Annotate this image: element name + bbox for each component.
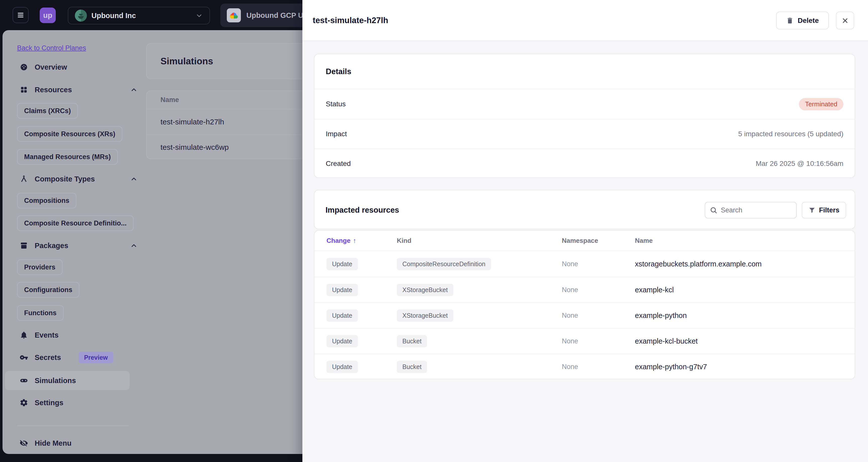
table-row[interactable]: Update CompositeResourceDefinition None … <box>314 251 855 277</box>
gcp-cloud-icon <box>227 8 241 22</box>
upbound-logo[interactable]: up <box>40 7 56 23</box>
sidebar-item-label: Events <box>35 331 59 339</box>
chevron-up-icon <box>130 242 137 249</box>
control-plane-tab-label: Upbound GCP U <box>246 11 303 20</box>
sidebar-item-label: Overview <box>35 63 67 71</box>
sidebar-chip-functions[interactable]: Functions <box>17 305 64 321</box>
preview-badge: Preview <box>79 352 114 363</box>
filter-funnel-icon <box>808 207 815 214</box>
sidebar-section-label: Resources <box>35 86 72 94</box>
delete-button[interactable]: Delete <box>776 11 829 29</box>
name-cell: xstoragebuckets.platform.example.com <box>635 260 762 268</box>
sidebar-item-label: Simulations <box>35 377 76 385</box>
details-card-header: Details <box>314 54 855 89</box>
sidebar-section-packages[interactable]: Packages <box>20 236 137 255</box>
table-row[interactable]: Update Bucket None example-python-g7tv7 <box>314 354 855 379</box>
column-header-change[interactable]: Change ↑ <box>327 231 356 251</box>
created-label: Created <box>326 160 351 168</box>
sidebar-section-resources[interactable]: Resources <box>20 80 137 99</box>
hide-menu-label: Hide Menu <box>35 439 71 447</box>
impacted-resources-header-card: Impacted resources Filters <box>314 190 855 229</box>
sidebar-item-overview[interactable]: Overview <box>20 58 137 77</box>
filters-button-label: Filters <box>819 206 839 214</box>
sidebar-item-secrets[interactable]: Secrets Preview <box>20 348 137 367</box>
hamburger-menu-button[interactable] <box>12 7 29 23</box>
created-value: Mar 26 2025 @ 10:16:56am <box>756 160 843 168</box>
eye-off-icon <box>20 439 28 447</box>
column-header-kind[interactable]: Kind <box>397 231 411 251</box>
sidebar-chip-managed-resources[interactable]: Managed Resources (MRs) <box>17 149 118 165</box>
namespace-cell: None <box>562 337 578 345</box>
close-drawer-button[interactable] <box>836 11 854 29</box>
name-cell: example-kcl <box>635 286 674 294</box>
impacted-resources-title: Impacted resources <box>326 190 399 229</box>
trash-icon <box>786 17 794 24</box>
page-title: Simulations <box>160 56 213 67</box>
change-chip: Update <box>327 310 358 322</box>
app-root: up Upbound Inc <box>0 0 868 462</box>
sidebar-chip-claims[interactable]: Claims (XRCs) <box>17 103 78 119</box>
detail-row-created: Created Mar 26 2025 @ 10:16:56am <box>314 149 855 178</box>
detail-row-status: Status Terminated <box>314 89 855 119</box>
sidebar-section-label: Composite Types <box>35 175 95 183</box>
sidebar-chip-composite-resources[interactable]: Composite Resources (XRs) <box>17 126 122 142</box>
sidebar-item-label: Secrets <box>35 353 61 362</box>
kind-chip: Bucket <box>397 361 427 373</box>
chevron-up-icon <box>130 86 137 93</box>
status-label: Status <box>326 100 346 108</box>
details-title: Details <box>326 67 351 76</box>
grid-icon <box>20 85 28 94</box>
simulation-detail-drawer: test-simulate-h27lh Delete Details Statu… <box>302 0 868 462</box>
compass-icon <box>20 175 28 183</box>
search-input[interactable] <box>720 206 792 214</box>
namespace-cell: None <box>562 260 578 268</box>
sidebar-chip-configurations[interactable]: Configurations <box>17 282 80 298</box>
back-to-control-planes-link[interactable]: Back to Control Planes <box>17 44 86 52</box>
package-icon <box>20 241 28 250</box>
column-header-name[interactable]: Name <box>635 231 653 251</box>
search-box <box>705 202 797 219</box>
impact-value: 5 impacted resources (5 updated) <box>738 130 843 138</box>
kind-chip: CompositeResourceDefinition <box>397 258 491 270</box>
name-cell: example-python-g7tv7 <box>635 363 707 371</box>
hide-menu-button[interactable]: Hide Menu <box>20 434 137 453</box>
sidebar-item-events[interactable]: Events <box>20 325 137 345</box>
change-chip: Update <box>327 335 358 347</box>
sidebar-section-composite-types[interactable]: Composite Types <box>20 169 137 189</box>
table-header-row: Change ↑ Kind Namespace Name <box>314 231 855 251</box>
close-icon <box>841 17 849 24</box>
change-chip: Update <box>327 284 358 296</box>
namespace-cell: None <box>562 363 578 371</box>
simulations-icon <box>20 376 28 385</box>
change-header-label: Change <box>327 237 350 244</box>
delete-button-label: Delete <box>798 17 819 25</box>
impacted-resources-table: Change ↑ Kind Namespace Name Update Comp… <box>314 230 855 379</box>
details-card: Details Status Terminated Impact 5 impac… <box>314 54 855 178</box>
hamburger-icon <box>16 11 25 19</box>
sidebar-chip-providers[interactable]: Providers <box>17 259 63 275</box>
status-badge: Terminated <box>799 98 843 110</box>
name-cell: example-python <box>635 312 687 320</box>
kind-chip: Bucket <box>397 335 427 347</box>
name-cell: example-kcl-bucket <box>635 337 698 345</box>
change-chip: Update <box>327 258 358 270</box>
table-row[interactable]: Update XStorageBucket None example-kcl <box>314 277 855 302</box>
kind-chip: XStorageBucket <box>397 310 453 322</box>
overview-icon <box>20 63 28 71</box>
table-row[interactable]: Update XStorageBucket None example-pytho… <box>314 302 855 328</box>
filters-button[interactable]: Filters <box>802 202 846 219</box>
sidebar-item-label: Settings <box>35 399 63 407</box>
sidebar-chip-xrds[interactable]: Composite Resource Definitio... <box>17 215 134 231</box>
sort-ascending-icon: ↑ <box>353 237 356 244</box>
sidebar-section-label: Packages <box>35 241 68 250</box>
sidebar-item-settings[interactable]: Settings <box>20 393 137 412</box>
sidebar-item-simulations[interactable]: Simulations <box>5 371 130 390</box>
namespace-cell: None <box>562 286 578 294</box>
column-header-namespace[interactable]: Namespace <box>562 231 598 251</box>
sidebar-chip-compositions[interactable]: Compositions <box>17 193 76 208</box>
org-avatar <box>75 9 87 22</box>
change-chip: Update <box>327 361 358 373</box>
org-selector-dropdown[interactable]: Upbound Inc <box>68 7 210 24</box>
gear-icon <box>20 398 28 407</box>
table-row[interactable]: Update Bucket None example-kcl-bucket <box>314 328 855 354</box>
